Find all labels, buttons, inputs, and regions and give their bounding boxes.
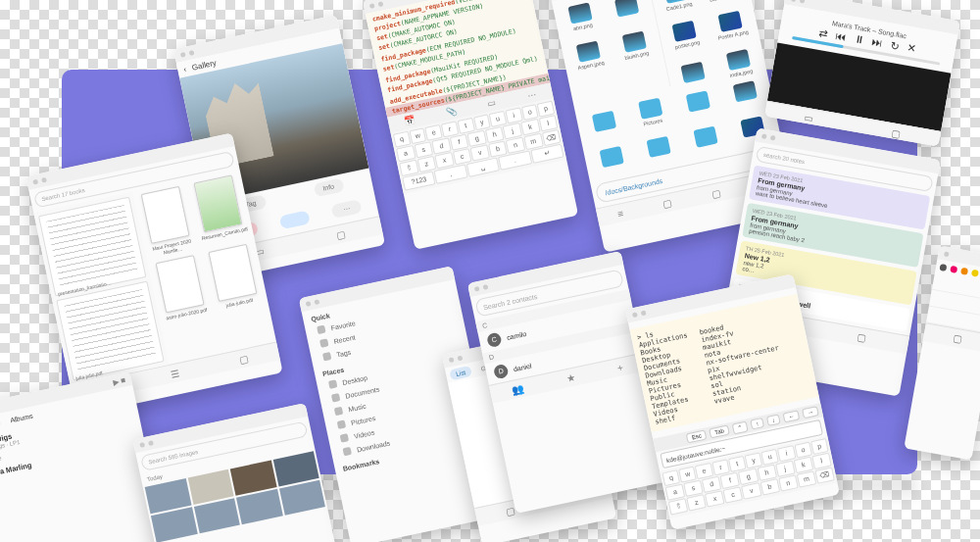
terminal-icon[interactable]: ▭ (487, 97, 498, 109)
gallery-title: Gallery (191, 58, 218, 72)
more-icon[interactable]: ⋯ (526, 89, 537, 101)
pill-blue[interactable] (279, 210, 311, 229)
shuffle-icon[interactable]: ⇄ (818, 25, 829, 39)
prev-button[interactable]: ⏮ (834, 28, 847, 43)
play-button[interactable]: ⏸ (853, 32, 865, 47)
clip-icon[interactable]: 📎 (445, 106, 458, 118)
close-icon[interactable]: ✕ (906, 41, 916, 55)
back-button[interactable]: ‹ (182, 65, 186, 74)
pill-ellipsis[interactable]: ⋯ (330, 199, 362, 219)
loop-icon[interactable]: ↻ (890, 38, 901, 52)
next-button[interactable]: ⏭ (871, 35, 884, 50)
info-pill[interactable]: Info (313, 177, 344, 197)
calendar-icon[interactable]: 📅 (404, 115, 416, 126)
